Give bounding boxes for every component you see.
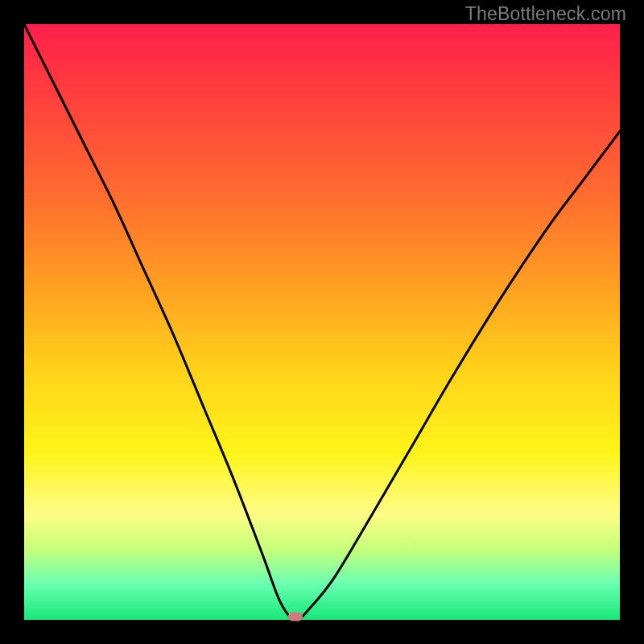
curve-svg (24, 24, 620, 620)
minimum-marker (288, 613, 303, 621)
chart-frame: TheBottleneck.com (0, 0, 644, 644)
plot-area (24, 24, 620, 620)
watermark-text: TheBottleneck.com (465, 3, 626, 25)
bottleneck-curve (24, 24, 620, 620)
